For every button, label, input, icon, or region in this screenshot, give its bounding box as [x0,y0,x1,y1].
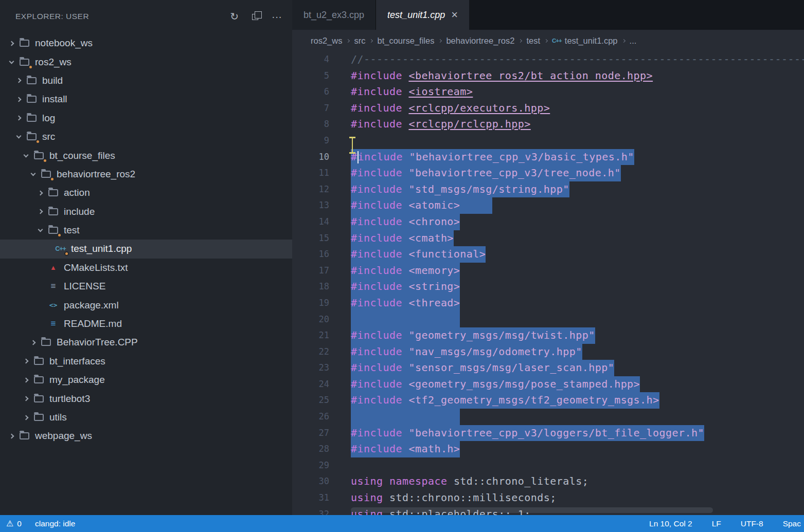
folder-icon [39,169,53,180]
code-line[interactable]: 13#include <atomic> [292,197,804,214]
chevron-down-icon[interactable] [20,146,32,164]
code-line[interactable]: 27#include "behaviortree_cpp_v3/loggers/… [292,425,804,442]
code-line[interactable]: 28#include <math.h> [292,441,804,457]
tree-item-BehaviorTree.CPP[interactable]: BehaviorTree.CPP [0,333,292,352]
chevron-right-icon[interactable] [12,109,25,127]
breadcrumb-item-ros2_ws[interactable]: ros2_ws [311,36,342,46]
tree-item-LICENSE[interactable]: ≡LICENSE [0,277,292,296]
chevron-right-icon[interactable] [12,90,25,108]
refresh-explorer-icon[interactable]: ↻ [230,11,239,22]
code-line[interactable]: 6#include <iostream> [292,84,804,100]
code-line[interactable]: 16#include <functional> [292,246,804,263]
horizontal-scrollbar[interactable] [351,507,713,513]
breadcrumb-item-bt_course_files[interactable]: bt_course_files [377,36,434,46]
more-actions-icon[interactable]: ··· [272,11,282,22]
breadcrumb-item-...[interactable]: ... [630,36,637,46]
chevron-down-icon[interactable] [27,165,39,184]
tree-item-build[interactable]: build [0,71,292,90]
problems-indicator[interactable]: ⚠ 0 [6,519,22,528]
chevron-right-icon[interactable] [20,389,32,408]
chevron-down-icon[interactable] [5,52,17,71]
line-number: 19 [292,295,329,311]
code-line[interactable]: 30using namespace std::chrono_literals; [292,473,804,490]
code-line[interactable]: 29 [292,457,804,474]
tree-item-test[interactable]: test [0,221,292,240]
tree-item-package.xml[interactable]: <>package.xml [0,296,292,314]
code-line[interactable]: 7#include <rclcpp/executors.hpp> [292,100,804,117]
chevron-down-icon[interactable] [34,221,46,240]
code-line[interactable]: 25#include <tf2_geometry_msgs/tf2_geomet… [292,392,804,409]
code-line[interactable]: 11#include "behaviortree_cpp_v3/tree_nod… [292,165,804,181]
cursor-position[interactable]: Ln 10, Col 2 [649,519,692,528]
code-line[interactable]: 12#include "std_msgs/msg/string.hpp" [292,181,804,198]
tree-item-turtlebot3[interactable]: turtlebot3 [0,389,292,408]
tab-test_unit1.cpp[interactable]: test_unit1.cpp× [376,0,469,30]
chevron-right-icon[interactable] [20,408,32,427]
tab-bt_u2_ex3.cpp[interactable]: bt_u2_ex3.cpp [292,0,376,30]
code-line[interactable]: 15#include <cmath> [292,230,804,247]
close-icon[interactable]: × [451,9,458,21]
tree-item-README.md[interactable]: ≡README.md [0,315,292,333]
tree-item-notebook_ws[interactable]: notebook_ws [0,34,292,52]
chevron-right-icon[interactable] [27,333,39,352]
git-modified-dot [50,177,55,181]
line-number: 15 [292,230,329,247]
clangd-status[interactable]: clangd: idle [35,519,75,528]
tree-item-src[interactable]: src [0,127,292,146]
breadcrumb-item-test[interactable]: test [526,36,540,46]
code-area[interactable]: 4//-------------------------------------… [292,51,804,515]
tree-item-action[interactable]: action [0,184,292,202]
folder-icon [25,131,39,142]
tree-item-label: build [42,75,63,86]
chevron-right-icon[interactable] [20,352,32,371]
code-line[interactable]: 17#include <memory> [292,263,804,279]
tree-item-bt_course_files[interactable]: bt_course_files [0,146,292,164]
code-line[interactable]: 10#include "behaviortree_cpp_v3/basic_ty… [292,149,804,166]
encoding-indicator[interactable]: UTF-8 [741,519,763,528]
code-line[interactable]: 23#include "sensor_msgs/msg/laser_scan.h… [292,360,804,376]
code-line[interactable]: 18#include <string> [292,279,804,295]
code-line[interactable]: 8#include <rclcpp/rclcpp.hpp> [292,116,804,133]
tree-item-CMakeLists.txt[interactable]: ▲CMakeLists.txt [0,259,292,277]
selection-highlight: #include <cmath> [351,230,454,247]
chevron-right-icon[interactable] [20,371,32,389]
code-line[interactable]: 4//-------------------------------------… [292,51,804,68]
tree-item-utils[interactable]: utils [0,408,292,427]
selection-highlight: #include <string> [351,279,460,295]
selection-highlight: #include <math.h> [351,441,460,457]
breadcrumb-label: test [526,36,540,46]
tree-item-test_unit1.cpp[interactable]: C++test_unit1.cpp [0,240,292,258]
code-line[interactable]: 19#include <thread> [292,295,804,311]
code-line[interactable]: 31using std::chrono::milliseconds; [292,490,804,506]
tree-item-behaviortree_ros2[interactable]: behaviortree_ros2 [0,165,292,184]
code-line[interactable]: 26 [292,409,804,425]
chevron-right-icon[interactable] [5,34,17,52]
tree-item-include[interactable]: include [0,203,292,221]
tree-item-log[interactable]: log [0,109,292,127]
chevron-right-icon[interactable] [34,184,46,202]
tree-item-label: notebook_ws [35,38,93,49]
breadcrumb-item-test_unit1.cpp[interactable]: C++test_unit1.cpp [552,36,618,46]
code-line[interactable]: 22#include "nav_msgs/msg/odometry.hpp" [292,344,804,360]
breadcrumb-separator-icon [370,40,372,42]
tree-item-ros2_ws[interactable]: ros2_ws [0,52,292,71]
tree-item-bt_interfaces[interactable]: bt_interfaces [0,352,292,371]
code-line[interactable]: 14#include <chrono> [292,214,804,230]
open-editors-icon[interactable] [252,13,258,20]
tree-item-install[interactable]: install [0,90,292,108]
tree-item-my_package[interactable]: my_package [0,371,292,389]
code-line[interactable]: 24#include <geometry_msgs/msg/pose_stamp… [292,376,804,393]
code-line[interactable]: 5#include <behaviortree_ros2/bt_action_n… [292,68,804,84]
chevron-right-icon[interactable] [5,427,17,445]
breadcrumb-item-behaviortree_ros2[interactable]: behaviortree_ros2 [446,36,514,46]
tree-item-webpage_ws[interactable]: webpage_ws [0,427,292,445]
chevron-right-icon[interactable] [34,203,46,221]
eol-indicator[interactable]: LF [712,519,721,528]
code-line[interactable]: 9 [292,133,804,149]
breadcrumb-item-src[interactable]: src [354,36,365,46]
code-line[interactable]: 21#include "geometry_msgs/msg/twist.hpp" [292,327,804,344]
chevron-down-icon[interactable] [12,127,25,146]
indentation-indicator[interactable]: Spac [783,519,801,528]
code-line[interactable]: 20 [292,311,804,328]
chevron-right-icon[interactable] [12,71,25,90]
